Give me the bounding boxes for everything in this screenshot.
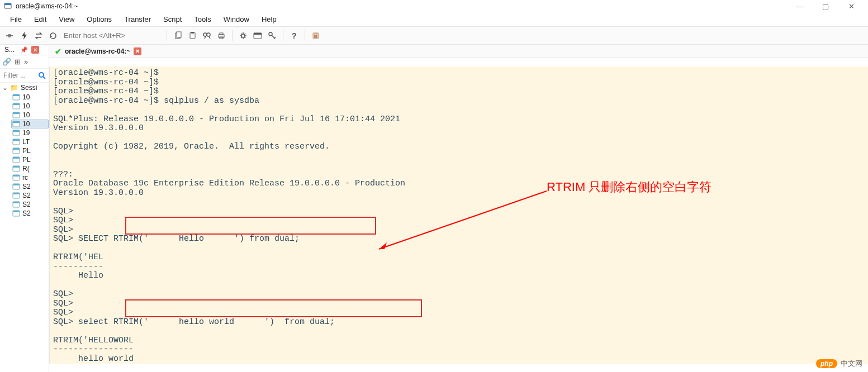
window-title: oracle@wms-rc-04:~ — [16, 2, 78, 10]
session-item[interactable]: 10 — [11, 93, 49, 102]
session-item-label: S2 — [22, 183, 31, 190]
find-icon[interactable] — [201, 30, 213, 42]
connected-icon: ✔ — [55, 47, 61, 56]
menu-transfer[interactable]: Transfer — [118, 14, 156, 25]
session-item[interactable]: S2 — [11, 182, 49, 191]
close-button[interactable]: ✕ — [843, 1, 859, 11]
svg-rect-17 — [314, 35, 317, 38]
more-icon[interactable]: » — [24, 58, 28, 66]
reconnect-icon[interactable] — [32, 30, 45, 42]
svg-rect-28 — [13, 130, 20, 132]
filter-input[interactable] — [2, 71, 37, 80]
svg-rect-26 — [13, 121, 20, 123]
key-icon[interactable] — [266, 30, 278, 42]
svg-rect-9 — [220, 33, 223, 35]
svg-rect-32 — [13, 148, 20, 150]
lock-icon[interactable] — [310, 30, 322, 42]
session-item[interactable]: rc — [11, 173, 49, 182]
search-icon[interactable] — [37, 71, 46, 80]
new-session-icon[interactable]: ⊞ — [15, 58, 21, 66]
session-file-icon — [12, 147, 20, 155]
svg-rect-34 — [13, 157, 20, 159]
session-tree: ⌄ 📁 Sessi 1010101019LTPLPLR(rcS2S2S2S2 — [0, 83, 49, 218]
session-item[interactable]: S2 — [11, 200, 49, 209]
session-item-label: 10 — [22, 120, 30, 128]
toolbar: ? — [0, 27, 868, 45]
session-item[interactable]: LT — [11, 137, 49, 146]
close-panel-icon[interactable]: ✕ — [31, 46, 39, 54]
session-item[interactable]: PL — [11, 146, 49, 155]
svg-point-18 — [39, 73, 44, 77]
menu-file[interactable]: File — [4, 14, 27, 25]
session-item-label: PL — [22, 156, 31, 164]
menu-edit[interactable]: Edit — [29, 14, 52, 25]
session-item-label: 10 — [22, 111, 30, 119]
terminal-tabbar: ✔ oracle@wms-rc-04:~ ✕ — [49, 45, 868, 58]
session-item[interactable]: S2 — [11, 209, 49, 218]
session-file-icon — [12, 129, 20, 137]
svg-rect-38 — [13, 175, 20, 177]
maximize-button[interactable]: ▢ — [818, 1, 833, 11]
watermark-badge: php — [816, 359, 837, 368]
session-item-label: R( — [22, 165, 30, 173]
menu-tools[interactable]: Tools — [188, 14, 216, 25]
terminal-tab[interactable]: ✔ oracle@wms-rc-04:~ ✕ — [51, 47, 145, 56]
session-item[interactable]: S2 — [11, 191, 49, 200]
svg-rect-42 — [13, 193, 20, 194]
session-file-icon — [12, 174, 20, 182]
svg-rect-3 — [177, 32, 181, 37]
session-item[interactable]: 19 — [11, 128, 49, 137]
svg-rect-46 — [13, 211, 20, 212]
menu-options[interactable]: Options — [81, 14, 117, 25]
connect-icon[interactable] — [3, 30, 16, 42]
tree-root[interactable]: ⌄ 📁 Sessi — [0, 83, 49, 93]
tree-root-label: Sessi — [21, 84, 37, 92]
pin-icon[interactable]: 📌 — [20, 46, 28, 54]
svg-rect-22 — [13, 103, 20, 105]
session-file-icon — [12, 111, 20, 119]
sessions-panel-tab[interactable]: S... — [2, 46, 17, 54]
refresh-icon[interactable] — [47, 30, 59, 42]
svg-point-6 — [203, 33, 207, 36]
svg-rect-5 — [191, 32, 194, 34]
session-item-label: 10 — [22, 102, 30, 110]
terminal-output[interactable]: [oracle@wms-rc-04 ~]$ [oracle@wms-rc-04 … — [49, 66, 868, 364]
session-file-icon — [12, 165, 20, 173]
session-item[interactable]: PL — [11, 155, 49, 164]
print-icon[interactable] — [215, 30, 227, 42]
folder-icon: 📁 — [10, 84, 18, 92]
quick-connect-icon[interactable] — [18, 30, 30, 42]
session-item[interactable]: 10 — [11, 120, 49, 128]
menubar: File Edit View Options Transfer Script T… — [0, 12, 868, 27]
menu-view[interactable]: View — [53, 14, 80, 25]
svg-point-7 — [207, 33, 210, 36]
host-input[interactable] — [61, 30, 162, 42]
session-file-icon — [12, 156, 20, 164]
session-file-icon — [12, 120, 20, 128]
session-file-icon — [12, 138, 20, 146]
help-icon[interactable]: ? — [288, 30, 300, 42]
link-icon[interactable]: 🔗 — [2, 58, 11, 66]
tab-close-icon[interactable]: ✕ — [134, 47, 141, 55]
menu-help[interactable]: Help — [256, 14, 282, 25]
terminal-tab-title: oracle@wms-rc-04:~ — [65, 47, 130, 55]
session-item[interactable]: 10 — [11, 111, 49, 120]
paste-icon[interactable] — [186, 30, 198, 42]
settings-icon[interactable] — [237, 30, 249, 42]
svg-rect-44 — [13, 202, 20, 203]
session-item-label: 19 — [22, 129, 30, 137]
svg-rect-40 — [13, 184, 20, 185]
session-file-icon — [12, 102, 20, 110]
copy-icon[interactable] — [172, 30, 184, 42]
menu-script[interactable]: Script — [158, 14, 187, 25]
session-file-icon — [12, 192, 20, 199]
minimize-button[interactable]: — — [792, 1, 808, 11]
session-item[interactable]: 10 — [11, 102, 49, 111]
svg-rect-36 — [13, 166, 20, 168]
session-item[interactable]: R( — [11, 164, 49, 173]
session-options-icon[interactable] — [252, 30, 264, 42]
session-item-label: S2 — [22, 209, 31, 217]
menu-window[interactable]: Window — [218, 14, 255, 25]
chevron-down-icon[interactable]: ⌄ — [2, 84, 8, 92]
svg-rect-1 — [4, 3, 11, 5]
